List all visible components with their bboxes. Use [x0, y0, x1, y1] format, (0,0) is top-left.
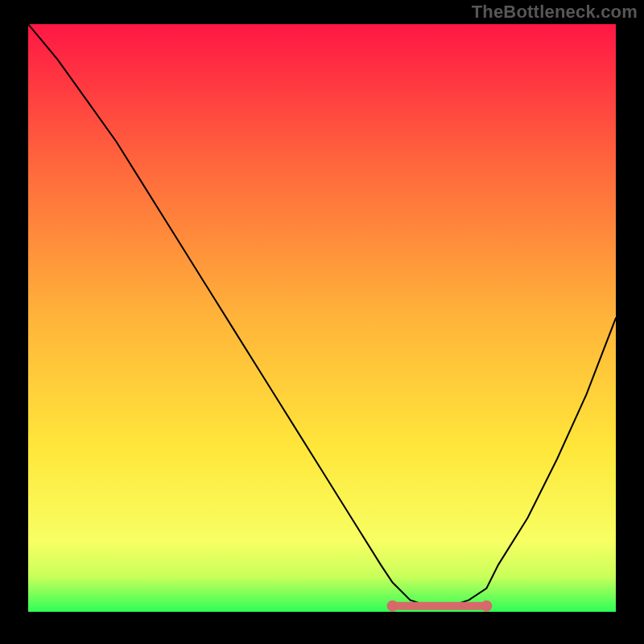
optimal-range-start-dot — [387, 601, 398, 612]
attribution-label: TheBottleneck.com — [472, 2, 638, 23]
optimal-range-end-dot — [481, 601, 492, 612]
bottleneck-chart — [28, 24, 616, 612]
optimal-range-bar — [393, 602, 487, 610]
plot-background — [28, 24, 616, 612]
optimal-range — [387, 601, 493, 612]
chart-frame: TheBottleneck.com — [0, 0, 644, 644]
